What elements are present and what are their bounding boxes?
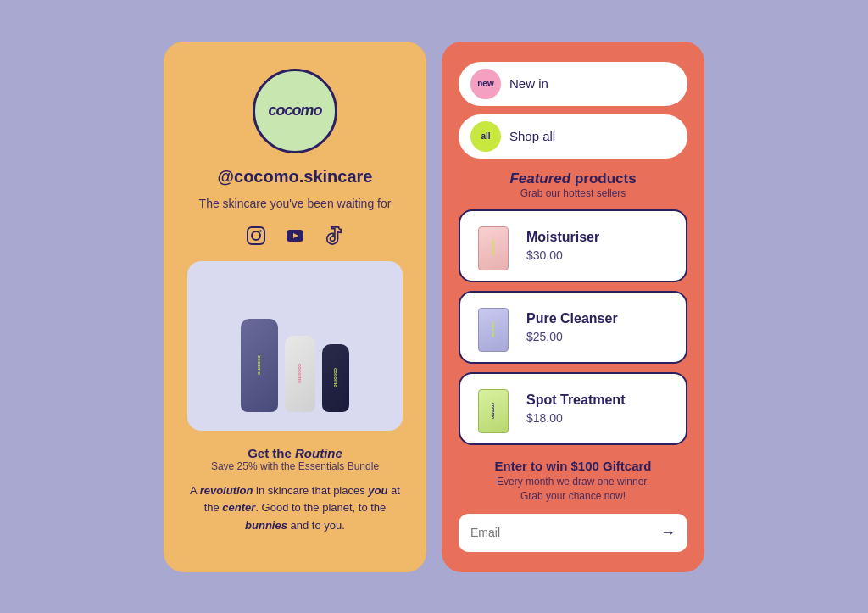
giveaway-subtitle-text-2: Grab your chance now! [520, 490, 626, 502]
bundle-title-em: Routine [295, 446, 342, 460]
product-info-moisturiser: Moisturiser $30.00 [526, 230, 599, 262]
badge-new-text: new [477, 79, 493, 88]
product-thumb-spot: cocomo [472, 384, 515, 433]
product-name-moisturiser: Moisturiser [526, 230, 599, 245]
badge-all-text: all [481, 131, 490, 141]
featured-title-em: Featured [509, 170, 570, 187]
product-info-spot: Spot Treatment $18.00 [526, 393, 625, 425]
footer-text-1: A [190, 484, 200, 497]
product-name-cleanser: Pure Cleanser [526, 311, 618, 326]
product-thumb-moisturiser: cocomo [472, 221, 515, 270]
footer-em3: center [222, 501, 255, 514]
footer-em1: revolution [200, 484, 253, 497]
footer-text: A revolution in skincare that places you… [187, 482, 403, 535]
bundle-subtitle: Save 25% with the Essentials Bundle [211, 460, 379, 472]
bundle-title-pre: Get the [248, 446, 295, 460]
youtube-icon[interactable] [283, 224, 307, 248]
featured-subtitle: Grab our hottest sellers [459, 187, 687, 199]
product-card-cleanser[interactable]: cocomo Pure Cleanser $25.00 [459, 291, 687, 364]
send-arrow-button[interactable]: → [660, 524, 676, 542]
giveaway-subtitle-2: Grab your chance now! [459, 490, 687, 502]
page-container: cocomo @cocomo.skincare The skincare you… [140, 18, 728, 596]
bundle-text: Get the Routine Save 25% with the Essent… [211, 446, 379, 472]
product-price-moisturiser: $30.00 [526, 248, 599, 262]
product-card-moisturiser[interactable]: cocomo Moisturiser $30.00 [459, 209, 687, 282]
left-panel: cocomo @cocomo.skincare The skincare you… [164, 42, 426, 572]
badge-new: new [470, 69, 501, 99]
product-card-spot[interactable]: cocomo Spot Treatment $18.00 [459, 372, 687, 445]
bottle-2: cocomo [285, 336, 315, 412]
badge-all: all [470, 121, 501, 152]
product-thumb-cleanser: cocomo [472, 303, 515, 352]
email-input[interactable] [470, 526, 654, 539]
logo-circle: cocomo [253, 69, 337, 153]
tagline: The skincare you've been waiting for [199, 197, 392, 210]
product-name-spot: Spot Treatment [526, 393, 625, 408]
featured-title-post: products [570, 170, 636, 187]
instagram-icon[interactable] [244, 224, 268, 248]
giveaway-subtitle-1: Every month we draw one winner. [459, 476, 687, 488]
giveaway-title: Enter to win $100 Giftcard [459, 459, 687, 473]
footer-text-2: in skincare that places [253, 484, 368, 497]
footer-em2: you [368, 484, 387, 497]
bundle-title: Get the Routine [211, 446, 379, 460]
logo-text: cocomo [268, 102, 321, 120]
featured-title: Featured products [459, 170, 687, 187]
bottle-3-label: cocomo [333, 368, 339, 387]
giveaway-subtitle-text-1: Every month we draw one winner. [497, 476, 649, 488]
product-bottles: cocomo cocomo cocomo [241, 319, 349, 412]
product-price-cleanser: $25.00 [526, 330, 618, 343]
product-box-pink: cocomo [478, 226, 509, 270]
email-input-row: → [459, 514, 687, 552]
giveaway-section: Enter to win $100 Giftcard Every month w… [459, 454, 687, 505]
svg-rect-0 [248, 227, 264, 244]
social-icons-row [244, 224, 346, 248]
nav-new-in[interactable]: new New in [459, 62, 687, 106]
footer-em4: bunnies [245, 519, 287, 532]
svg-point-1 [252, 231, 260, 240]
brand-handle: @cocomo.skincare [218, 167, 373, 187]
product-image-box: cocomo cocomo cocomo [187, 261, 403, 431]
featured-header: Featured products Grab our hottest selle… [459, 170, 687, 199]
footer-text-5: and to you. [287, 519, 345, 532]
product-info-cleanser: Pure Cleanser $25.00 [526, 311, 618, 343]
svg-point-2 [259, 230, 261, 231]
nav-shop-all[interactable]: all Shop all [459, 114, 687, 159]
nav-shop-all-label: Shop all [509, 129, 555, 143]
nav-new-in-label: New in [509, 76, 548, 91]
right-panel: new New in all Shop all Featured product… [442, 42, 704, 572]
product-box-green: cocomo [478, 389, 509, 433]
product-price-spot: $18.00 [526, 411, 625, 425]
bottle-1-label: cocomo [257, 355, 263, 375]
bottle-1: cocomo [241, 319, 278, 412]
bottle-3: cocomo [322, 344, 349, 412]
bottle-2-label: cocomo [298, 364, 303, 383]
product-box-lavender: cocomo [478, 308, 509, 352]
tiktok-icon[interactable] [322, 224, 346, 248]
footer-text-4: . Good to the planet, to the [255, 501, 386, 514]
